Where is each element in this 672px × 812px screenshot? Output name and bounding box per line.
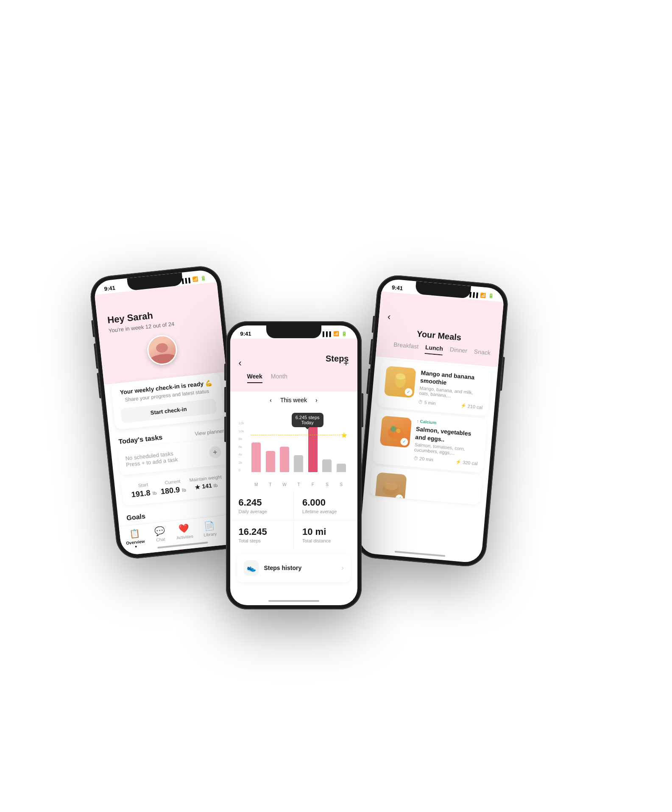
bar-group-s1 xyxy=(321,459,333,472)
left-phone-screen: 9:41 ▐▐▐ 📶 🔋 Hey Sarah You're in week 12… xyxy=(93,269,244,556)
weight-start-label: Start xyxy=(130,481,156,489)
library-icon: 📄 xyxy=(203,520,215,531)
center-power xyxy=(362,393,363,427)
meal-card-noodle xyxy=(369,466,482,505)
nav-active-dot xyxy=(135,546,137,548)
label-m: M xyxy=(251,482,262,487)
bar-m xyxy=(251,442,261,472)
right-wifi-icon: 📶 xyxy=(480,292,486,298)
bars-container xyxy=(251,421,347,472)
weight-current: Current 180.9 lb xyxy=(159,478,186,496)
time-left: 9:41 xyxy=(103,285,115,292)
tasks-title: Today's tasks xyxy=(118,434,162,446)
bar-f xyxy=(308,426,318,472)
chart-day-labels: M T W T F S S xyxy=(239,482,349,487)
y-label-0: 0 xyxy=(239,468,251,472)
center-wifi-icon: 📶 xyxy=(333,331,339,336)
bar-w xyxy=(280,447,289,472)
meal-image-smoothie xyxy=(384,366,416,398)
volume-down-button xyxy=(97,373,101,398)
weight-start: Start 191.8 lb xyxy=(130,481,157,499)
add-task-button[interactable]: + xyxy=(209,446,222,459)
add-steps-button[interactable]: + xyxy=(343,358,349,369)
nav-chat[interactable]: 💬 Chat xyxy=(154,526,167,545)
daily-avg-value: 6.245 xyxy=(239,497,285,508)
meal-info-smoothie: Mango and banana smoothie Mango, banana,… xyxy=(418,369,485,410)
back-button-right[interactable]: ‹ xyxy=(387,311,391,323)
nav-overview[interactable]: 📋 Overview xyxy=(124,528,145,548)
chevron-right-icon: › xyxy=(341,564,343,572)
nav-activities[interactable]: ❤️ Activities xyxy=(175,523,193,543)
steps-history-row[interactable]: 👟 Steps history › xyxy=(237,553,351,582)
center-volume-down xyxy=(224,417,226,442)
tooltip-steps: 6.245 steps xyxy=(296,415,320,420)
tab-dinner[interactable]: Dinner xyxy=(449,346,467,358)
center-battery-icon: 🔋 xyxy=(341,331,347,336)
chat-icon: 💬 xyxy=(154,526,165,537)
bar-s1 xyxy=(322,459,332,472)
bar-group-t1 xyxy=(265,451,276,472)
meal-card-smoothie: Mango and banana smoothie Mango, banana,… xyxy=(377,359,492,417)
week-label: This week xyxy=(280,397,307,403)
right-status-icons: ▐▐▐ 📶 🔋 xyxy=(468,291,494,299)
center-status-icons: ▐▐▐ 📶 🔋 xyxy=(321,331,347,336)
bar-group-t2 xyxy=(293,455,304,472)
tab-month[interactable]: Month xyxy=(271,373,287,383)
center-volume-mute xyxy=(224,364,226,381)
prev-week-button[interactable]: ‹ xyxy=(270,397,272,403)
y-label-4k: 4k xyxy=(239,453,251,456)
view-planner-link[interactable]: View planner xyxy=(194,428,224,437)
label-f: F xyxy=(307,482,318,487)
steps-history-label: Steps history xyxy=(264,565,337,571)
total-distance-label: Total distance xyxy=(302,538,349,543)
total-distance-cell: 10 mi Total distance xyxy=(294,520,357,549)
right-battery-icon: 🔋 xyxy=(488,293,494,299)
weight-current-label: Current xyxy=(159,478,185,486)
meal-meta-salmon: ⏱ 20 min ⚡ 320 cal xyxy=(413,455,478,466)
tab-breakfast[interactable]: Breakfast xyxy=(393,341,418,353)
label-s2: S xyxy=(335,482,347,487)
meal-cal-smoothie: ⚡ 210 cal xyxy=(460,403,482,410)
nav-library[interactable]: 📄 Library xyxy=(202,520,217,540)
meal-time-smoothie: ⏱ 5 min xyxy=(418,399,436,406)
overview-icon: 📋 xyxy=(128,528,140,539)
period-tabs: Week Month xyxy=(239,369,349,383)
start-checkin-button[interactable]: Start check-in xyxy=(120,398,217,423)
clock-icon-2: ⏱ xyxy=(413,456,418,461)
tab-snack[interactable]: Snack xyxy=(473,348,491,359)
weight-goal: Maintain weight ★ 141 lb xyxy=(189,474,223,493)
notch-center xyxy=(266,325,321,338)
nav-chat-label: Chat xyxy=(156,537,165,542)
bar-group-s2 xyxy=(335,464,347,472)
chart-tooltip: 6.245 steps Today xyxy=(292,413,323,427)
activities-icon: ❤️ xyxy=(178,523,190,534)
weight-start-value: 191.8 lb xyxy=(131,488,157,499)
fire-icon-2: ⚡ xyxy=(455,459,461,465)
left-header: Hey Sarah You're in week 12 out of 24 xyxy=(95,282,226,384)
y-label-2k: 2k xyxy=(239,461,251,464)
steps-history-icon: 👟 xyxy=(244,560,259,576)
back-button-center[interactable]: ‹ xyxy=(239,358,242,369)
nav-activities-label: Activities xyxy=(176,534,193,540)
center-header: ‹ Steps + Week Month xyxy=(230,339,357,392)
week-navigator: ‹ This week › xyxy=(230,392,357,409)
label-t1: T xyxy=(265,482,276,487)
status-icons-left: ▐▐▐ 📶 🔋 xyxy=(180,275,206,284)
right-power xyxy=(500,357,505,391)
right-volume-mute xyxy=(371,316,374,333)
volume-up-button xyxy=(94,343,98,369)
center-phone-screen: 9:41 ▐▐▐ 📶 🔋 ‹ Steps + Week xyxy=(230,325,357,605)
nav-overview-label: Overview xyxy=(125,539,145,546)
phone-right: 9:41 ▐▐▐ 📶 🔋 ‹ Your Meals Breakfas xyxy=(354,274,509,568)
next-week-button[interactable]: › xyxy=(315,397,318,403)
volume-mute-button xyxy=(91,320,95,337)
avatar-container xyxy=(109,330,215,370)
tab-lunch[interactable]: Lunch xyxy=(424,344,443,356)
right-volume-down xyxy=(366,369,370,394)
lifetime-avg-cell: 6.000 Lifetime average xyxy=(294,491,357,520)
meal-time-salmon: ⏱ 20 min xyxy=(413,456,433,462)
total-steps-cell: 16.245 Total steps xyxy=(230,520,294,549)
home-indicator-right xyxy=(394,551,445,557)
tab-week[interactable]: Week xyxy=(247,373,262,383)
avatar-face xyxy=(147,335,177,365)
